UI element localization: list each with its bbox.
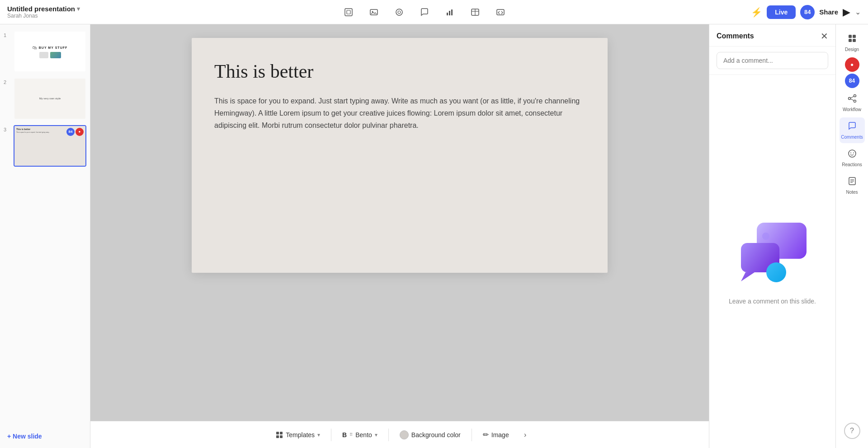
workflow-button[interactable]: Workflow [840, 90, 865, 116]
svg-line-30 [850, 97, 854, 98]
image-label: Image [491, 431, 509, 439]
svg-marker-20 [741, 272, 755, 281]
slide-thumbnail-1[interactable]: 🛍 BUY MY STUFF [14, 31, 86, 72]
slide-title: This is better [214, 61, 585, 82]
play-options-chevron[interactable]: ⌄ [855, 8, 861, 16]
svg-rect-15 [276, 435, 279, 438]
templates-chevron: ▾ [317, 432, 320, 438]
comment-tool-icon[interactable] [416, 4, 433, 20]
comments-sidebar-button[interactable]: Comments [840, 117, 865, 143]
bento-button[interactable]: B ⠿ Bento ▾ [333, 428, 387, 442]
svg-line-31 [850, 99, 854, 101]
svg-rect-26 [853, 39, 856, 42]
slide-canvas[interactable]: This is better This is space for you to … [192, 38, 608, 273]
slide2-text: My very own style [38, 96, 62, 101]
reactions-button[interactable]: Reactions [840, 145, 865, 171]
share-button[interactable]: Share [819, 8, 838, 16]
notes-label: Notes [846, 190, 858, 195]
svg-point-29 [854, 100, 856, 103]
svg-rect-14 [280, 432, 283, 434]
svg-point-33 [850, 153, 851, 154]
slide3-badges: 84 ● [66, 128, 84, 136]
canvas-area[interactable]: This is better This is space for you to … [90, 24, 709, 448]
slide-item-3[interactable]: 3 This is better This is space for you t… [0, 122, 90, 169]
svg-point-34 [853, 153, 854, 154]
comments-sidebar-label: Comments [841, 135, 863, 140]
image-tool-icon[interactable] [366, 4, 382, 20]
table-tool-icon[interactable] [467, 4, 483, 20]
bg-color-label: Background color [411, 431, 461, 439]
slide-number-1: 1 [4, 31, 10, 38]
templates-button[interactable]: Templates ▾ [267, 428, 329, 442]
design-label: Design [845, 47, 859, 52]
comments-sidebar-icon [847, 121, 857, 133]
bottom-divider-2 [388, 429, 389, 441]
badge-blue: 84 [66, 128, 75, 136]
svg-point-5 [398, 11, 401, 14]
user-avatar[interactable]: 84 [800, 5, 815, 19]
svg-rect-12 [497, 9, 504, 15]
pen-icon: ✏ [483, 430, 489, 439]
user-avatar-blue[interactable]: 84 [845, 74, 859, 88]
slide-number-2: 2 [4, 78, 10, 85]
bottom-bar: Templates ▾ B ⠿ Bento ▾ Background color [90, 421, 709, 448]
slide-thumbnail-2[interactable]: My very own style [14, 78, 86, 119]
slide1-title-text: BUY MY STUFF [39, 46, 67, 49]
bento-chevron: ▾ [375, 432, 377, 438]
topbar-right: ⚡ Live 84 Share ▶ ⌄ [751, 5, 861, 19]
slide-item-2[interactable]: 2 My very own style [0, 75, 90, 122]
main-area: 1 🛍 BUY MY STUFF [0, 24, 868, 448]
help-button[interactable]: ? [844, 423, 860, 439]
slide-panel: 1 🛍 BUY MY STUFF [0, 24, 90, 448]
more-options-button[interactable]: › [518, 428, 533, 442]
circle-tool-icon[interactable] [391, 4, 407, 20]
comments-panel: Comments ✕ [709, 24, 835, 448]
toolbar [103, 4, 745, 20]
topbar: Untitled presentation ▾ Sarah Jonas ⚡ Li… [0, 0, 868, 24]
reactions-label: Reactions [842, 162, 862, 167]
svg-point-28 [854, 95, 856, 97]
svg-point-22 [762, 233, 769, 240]
slide-thumbnail-3[interactable]: This is better This is space for you to … [14, 125, 86, 167]
design-button[interactable]: Design [840, 30, 865, 56]
svg-point-21 [766, 262, 786, 282]
user-avatar-red[interactable]: ● [845, 57, 859, 72]
bottom-divider-1 [331, 429, 331, 441]
notes-button[interactable]: Notes [840, 173, 865, 198]
presentation-title[interactable]: Untitled presentation ▾ [7, 5, 98, 13]
svg-point-32 [849, 150, 856, 157]
svg-rect-1 [347, 10, 350, 14]
close-comments-button[interactable]: ✕ [821, 32, 828, 41]
slide-body: This is space for you to expand. Just st… [214, 95, 585, 132]
comment-input[interactable] [717, 52, 828, 69]
design-icon [847, 33, 857, 45]
slide-number-3: 3 [4, 125, 10, 132]
play-button[interactable]: ▶ [843, 6, 850, 18]
comment-empty-text: Leave a comment on this slide. [729, 298, 816, 305]
bottom-divider-3 [472, 429, 472, 441]
embed-tool-icon[interactable] [492, 4, 509, 20]
avatar-red-label: ● [850, 61, 854, 68]
svg-rect-6 [447, 13, 448, 15]
workflow-label: Workflow [843, 107, 861, 112]
title-chevron[interactable]: ▾ [77, 5, 80, 12]
title-text: Untitled presentation [7, 5, 75, 13]
svg-rect-25 [849, 39, 852, 42]
svg-point-27 [848, 98, 850, 100]
new-slide-button[interactable]: + New slide [0, 428, 90, 444]
comment-illustration [732, 218, 813, 290]
reactions-icon [847, 149, 857, 160]
frame-tool-icon[interactable] [340, 4, 357, 20]
svg-rect-13 [276, 432, 279, 434]
lightning-icon[interactable]: ⚡ [751, 7, 762, 18]
image-button[interactable]: ✏ Image [474, 427, 518, 443]
svg-rect-8 [451, 9, 453, 15]
bar-chart-tool-icon[interactable] [442, 4, 458, 20]
slide-item-1[interactable]: 1 🛍 BUY MY STUFF [0, 28, 90, 75]
right-sidebar: Design ● 84 Workflow Comments [835, 24, 868, 448]
bento-dots-icon: ⠿ [349, 432, 353, 437]
bg-color-button[interactable]: Background color [391, 427, 470, 443]
svg-rect-24 [853, 35, 856, 38]
live-button[interactable]: Live [767, 5, 796, 19]
author-name: Sarah Jonas [7, 13, 98, 19]
